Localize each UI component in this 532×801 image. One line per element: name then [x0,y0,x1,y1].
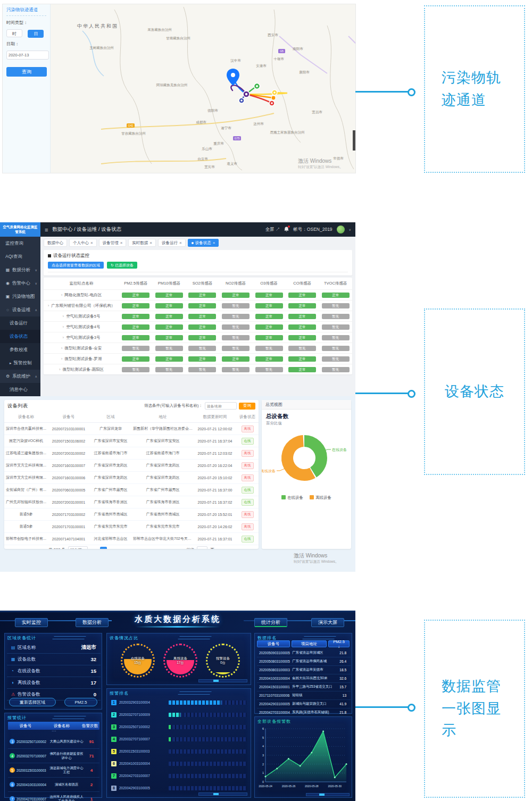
status-badge: 暂无 [255,346,283,351]
filter-input[interactable] [205,402,237,410]
nav-button-实时监控[interactable]: 实时监控 [15,618,48,627]
day-toggle-button[interactable]: 日 [28,30,44,38]
table-row: 邯郸市创型电子科技有...2020071407104001河北省邯郸市丛台区邯郸… [4,533,259,545]
hour-toggle-button[interactable]: 时 [6,29,22,37]
device-status-badge: 在线 [242,499,254,506]
device-id: 2020041503100001 [257,685,292,689]
sidebar-item-系统维护[interactable]: ⚙系统维护∧ [0,370,40,383]
hamburger-icon[interactable]: ≡ [45,227,48,233]
close-icon[interactable]: × [90,240,93,245]
select-region-button[interactable]: 点击选择需要查看数据的区域 [48,262,104,269]
map-label: 重庆市 [213,141,224,146]
tab-实时数据[interactable]: 实时数据× [128,239,156,247]
cell: 深圳市艾方立科技有限... [4,460,48,472]
reset-region-button[interactable]: 重新选择区域 [9,698,56,706]
sidebar-item-监控查询[interactable]: 监控查询 [0,237,40,250]
sort-button-PM2.5 ↓[interactable]: PM2.5 ↓ [328,640,350,647]
goto-page-input[interactable] [197,546,207,549]
rank-number: 2 [111,712,117,717]
sidebar-item-设备运行[interactable]: 设备运行 [0,316,40,330]
page-button-3[interactable]: 3 [119,547,126,549]
tab-个人中心[interactable]: 个人中心× [69,239,97,247]
query-button[interactable]: 查询 [6,67,47,77]
expand-icon[interactable]: › [59,367,61,372]
close-icon[interactable]: × [149,240,152,245]
scrollbar[interactable] [198,679,247,682]
sidebar-item-数据分析[interactable]: ▦数据分析∨ [0,263,40,277]
page-button-34[interactable]: 34 [167,547,174,549]
rank-number: 5 [111,749,117,754]
notifications-button[interactable] [284,227,289,233]
chevron-down-icon[interactable]: ∨ [349,228,351,231]
scrollbar[interactable] [198,792,247,796]
tab-设备状态[interactable]: 设备状态× [188,239,219,247]
sidebar-item-预警控制[interactable]: ▸预警控制 [0,356,40,370]
date-input[interactable] [6,51,49,60]
search-button[interactable]: 查询 [239,403,255,410]
page-button-1[interactable]: 1 [100,547,107,549]
scrollbar-fragment[interactable] [353,130,355,151]
expand-icon[interactable]: › [63,324,64,329]
gauge-panel-title: 设备情况占比 [110,635,138,641]
page-button-5[interactable]: 5 [138,547,145,549]
column-header: 设备号 [8,723,43,729]
scrollbar[interactable] [306,793,350,796]
pm25-value: 18.5 [334,668,351,672]
trajectory-markers[interactable] [227,69,277,106]
sidebar-item-告警中心[interactable]: ◉告警中心∨ [0,277,40,290]
cell: 广东省东莞市东莞市 [89,521,132,533]
sidebar-item-污染物地图[interactable]: ▣污染物地图 [0,290,40,303]
tab-数据中心[interactable]: 数据中心 [44,239,67,247]
expand-icon[interactable]: › [48,303,49,308]
expand-icon[interactable]: › [61,293,63,297]
per-page-select[interactable]: 10条/页 ∨ [68,546,88,549]
device-id: 2020032707100007 [16,754,49,758]
tab-设备运行[interactable]: 设备运行× [158,239,186,247]
status-badge: 正常 [188,303,216,308]
page-button-4[interactable]: 4 [129,547,136,549]
nav-button-数据分析[interactable]: 数据分析 [76,618,109,627]
close-icon[interactable]: × [213,240,215,245]
next-page-button[interactable]: › [177,547,184,549]
prev-page-button[interactable]: ‹ [90,547,97,549]
app-header: 空气质量网格化监测监管系统 ≡ 数据中心 / 设备运维 / 设备状态 全屏 ↗ … [0,222,355,237]
station-name: 空气站测试设备3号 [66,335,100,340]
tab-设备管理[interactable]: 设备管理× [99,239,127,247]
cell: 广东省珠海市香洲区 [132,496,194,508]
status-badge: 暂无 [222,303,250,308]
avatar[interactable] [337,226,345,233]
overview-card: 总览视图 总设备数 百分比值 在线设备离线设备 在线设备 离线设备 [262,400,351,549]
rank-bar [169,700,246,705]
expand-icon[interactable]: › [63,314,64,319]
table-row: 江苏电通三建集团股份...2020072003100002江苏省南通市海门市江苏… [4,447,259,460]
nav-button-统计分析[interactable]: 统计分析 [254,618,287,627]
status-badge: 正常 [255,356,283,362]
chevron-up-icon: ∧ [35,374,37,378]
sidebar-item-AQI查询[interactable]: AQI查询 [0,250,40,263]
sort-button-项目地址[interactable]: 项目地址 [292,640,327,647]
status-badge: 正常 [288,303,316,308]
nav-button-演示大屏[interactable]: 演示大屏 [311,618,344,627]
expand-icon[interactable]: › [61,356,63,361]
metric-button[interactable]: PM2.5 [64,698,97,706]
map-canvas[interactable]: G42 G5 G55 G75 [51,4,355,173]
expand-icon[interactable]: › [61,346,63,351]
column-header: PM10传感器 [153,278,186,290]
sidebar-item-消息中心[interactable]: 消息中心 [0,383,40,396]
selected-device-button[interactable]: ↻已选择设备 [107,262,137,269]
cell: 广东省深圳市宝安区 [132,435,194,447]
page-button-2[interactable]: 2 [110,547,117,549]
svg-text:5: 5 [262,736,264,739]
sidebar-item-参数校准[interactable]: 参数校准 [0,343,40,356]
sidebar-item-设备运维[interactable]: ◌设备运维∧ [0,303,40,316]
table-row: 2020042903100005新城街与建荣路交叉口41.9 [257,700,351,708]
close-icon[interactable]: × [179,240,182,245]
page-button-6[interactable]: 6 [148,547,155,549]
sort-button-设备号[interactable]: 设备号 [257,640,290,647]
expand-icon[interactable]: › [63,335,64,340]
sidebar-item-设备状态[interactable]: 设备状态 [0,330,40,343]
rank-bar [169,774,246,778]
fullscreen-button[interactable]: 全屏 ↗ [265,227,280,233]
close-icon[interactable]: × [120,240,123,245]
table-row: ›广东顺兴辅管有限公司（环保机构）正常正常正常暂无正常正常暂无 [44,301,352,311]
